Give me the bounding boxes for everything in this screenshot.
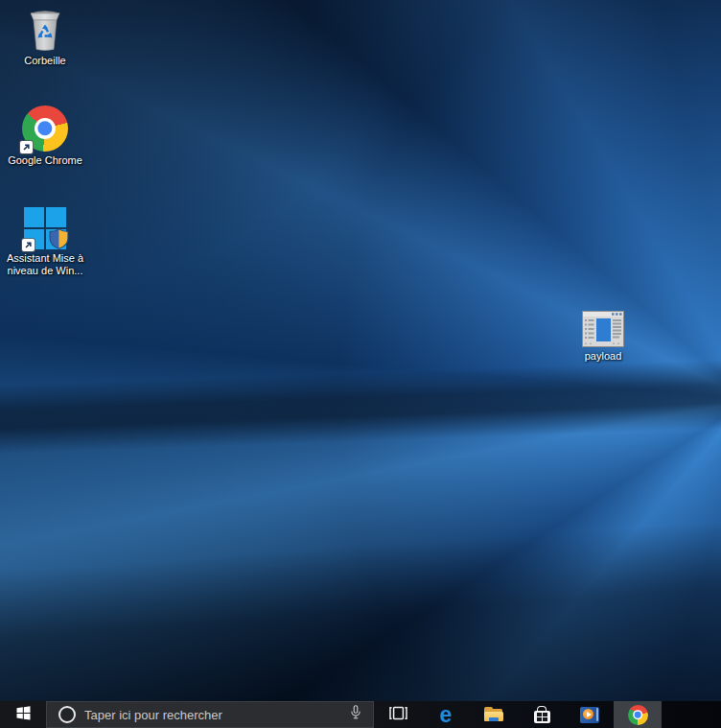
taskbar-button-file-explorer[interactable] <box>470 701 518 728</box>
uac-shield-icon <box>49 228 69 253</box>
desktop-icon-recycle-bin[interactable]: Corbeille <box>2 8 88 67</box>
desktop-icon-upgrade-assistant[interactable]: Assistant Mise à niveau de Win... <box>2 207 88 277</box>
app-window-icon <box>582 311 624 347</box>
taskbar-button-chrome[interactable] <box>614 701 662 728</box>
recycle-bin-icon <box>26 8 64 52</box>
search-placeholder: Taper ici pour rechercher <box>84 708 341 722</box>
cortana-circle-icon <box>58 706 76 723</box>
taskbar-button-edge[interactable]: e <box>422 701 470 728</box>
desktop-icon-label: Assistant Mise à <box>7 252 83 265</box>
store-bag-icon <box>534 706 550 723</box>
search-input[interactable]: Taper ici pour rechercher <box>46 701 374 728</box>
taskbar: Taper ici pour rechercher e <box>0 701 721 728</box>
desktop-icon-label-line2: niveau de Win... <box>8 265 83 277</box>
folder-icon <box>484 707 503 722</box>
windows-start-icon <box>16 706 31 724</box>
desktop-icon-payload[interactable]: payload <box>560 311 646 363</box>
task-view-icon <box>389 706 407 724</box>
microphone-icon[interactable] <box>350 705 361 724</box>
desktop-icon-label: Corbeille <box>24 55 65 67</box>
chrome-icon <box>22 106 68 152</box>
desktop-wallpaper[interactable]: Corbeille Google Chrome <box>0 0 721 701</box>
desktop-icon-google-chrome[interactable]: Google Chrome <box>2 106 88 167</box>
taskbar-button-microsoft-store[interactable] <box>518 701 566 728</box>
taskbar-button-media-player[interactable] <box>566 701 614 728</box>
windows-upgrade-assistant-icon <box>24 207 66 249</box>
shortcut-arrow-icon <box>22 239 35 251</box>
taskbar-button-task-view[interactable] <box>374 701 422 728</box>
media-play-icon <box>580 707 599 723</box>
chrome-icon <box>628 705 648 725</box>
edge-icon: e <box>440 704 453 726</box>
shortcut-arrow-icon <box>20 141 33 153</box>
start-button[interactable] <box>0 701 46 728</box>
desktop-icon-label: Google Chrome <box>8 154 82 167</box>
desktop-icon-label: payload <box>585 350 622 363</box>
